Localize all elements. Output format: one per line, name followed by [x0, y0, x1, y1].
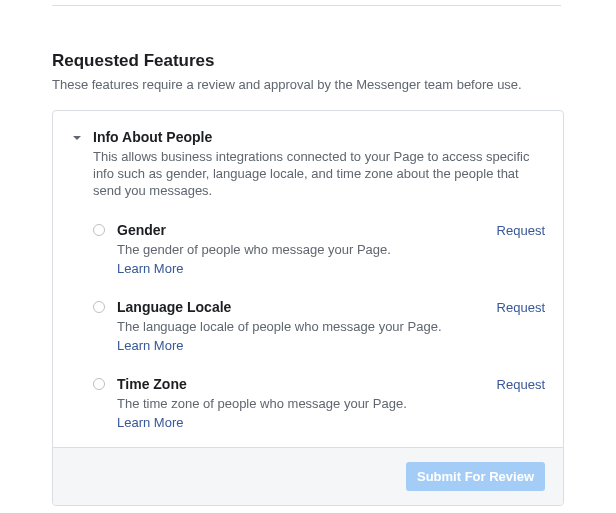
feature-item: Time Zone The time zone of people who me… — [71, 368, 545, 445]
feature-title: Time Zone — [117, 376, 497, 392]
chevron-down-icon[interactable] — [71, 132, 83, 144]
learn-more-link[interactable]: Learn More — [117, 261, 183, 276]
group-title: Info About People — [93, 129, 545, 145]
feature-item: Language Locale The language locale of p… — [71, 291, 545, 368]
feature-item: Gender The gender of people who message … — [71, 214, 545, 291]
card-footer: Submit For Review — [53, 447, 563, 505]
radio-icon[interactable] — [93, 224, 105, 236]
group-desc: This allows business integrations connec… — [93, 149, 545, 200]
feature-desc: The language locale of people who messag… — [117, 319, 497, 334]
section-subtitle: These features require a review and appr… — [52, 77, 564, 92]
feature-title: Gender — [117, 222, 497, 238]
feature-desc: The time zone of people who message your… — [117, 396, 497, 411]
radio-icon[interactable] — [93, 378, 105, 390]
request-button[interactable]: Request — [497, 377, 545, 392]
learn-more-link[interactable]: Learn More — [117, 415, 183, 430]
radio-icon[interactable] — [93, 301, 105, 313]
request-button[interactable]: Request — [497, 300, 545, 315]
learn-more-link[interactable]: Learn More — [117, 338, 183, 353]
section-title: Requested Features — [52, 51, 564, 71]
submit-review-button[interactable]: Submit For Review — [406, 462, 545, 491]
request-button[interactable]: Request — [497, 223, 545, 238]
feature-title: Language Locale — [117, 299, 497, 315]
feature-desc: The gender of people who message your Pa… — [117, 242, 497, 257]
features-card: Info About People This allows business i… — [52, 110, 564, 506]
